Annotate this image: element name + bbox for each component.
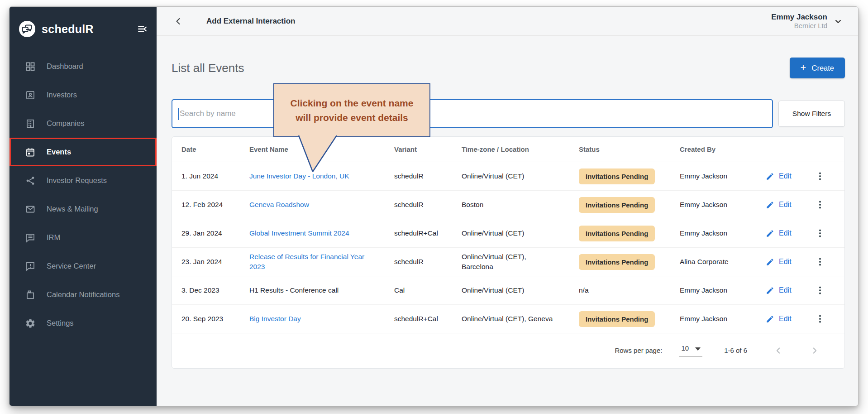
sidebar-item-dashboard[interactable]: Dashboard [10, 52, 157, 81]
table-header-row: Date Event Name Variant Time-zone / Loca… [172, 137, 844, 162]
annotation-text: Clicking on the event name will provide … [281, 96, 422, 125]
sidebar-nav: Dashboard Investors Companies Events Inv… [10, 52, 157, 337]
edit-button[interactable]: Edit [766, 229, 792, 238]
chat-alert-icon [25, 261, 36, 272]
pencil-icon [766, 201, 774, 209]
menu-collapse-icon[interactable] [137, 23, 148, 35]
event-date: 3. Dec 2023 [181, 286, 249, 294]
column-header-location: Time-zone / Location [462, 144, 579, 154]
created-by: Emmy Jackson [680, 171, 727, 181]
event-location: Online/Virtual (CET) [462, 228, 579, 238]
sidebar-item-label: Service Center [47, 262, 96, 270]
sidebar-item-companies[interactable]: Companies [10, 109, 157, 138]
search-input[interactable] [172, 100, 772, 127]
column-header-variant: Variant [394, 145, 462, 153]
sidebar-item-events[interactable]: Events [10, 138, 157, 166]
created-by: Emmy Jackson [680, 228, 727, 238]
sidebar-item-service-center[interactable]: Service Center [10, 252, 157, 280]
plus-icon: + [801, 63, 806, 72]
sidebar-item-label: Calendar Notifications [47, 290, 119, 299]
pagination-range: 1-6 of 6 [724, 347, 747, 354]
sidebar-item-label: News & Mailing [47, 205, 98, 213]
column-header-name: Event Name [249, 144, 394, 154]
calendar-icon [25, 147, 36, 158]
event-location: Boston [462, 200, 579, 210]
status-badge: Invitations Pending [579, 197, 655, 213]
search-box [172, 99, 773, 128]
event-date: 12. Feb 2024 [181, 201, 249, 209]
app-window: schedulR Dashboard Investors Companies E [9, 6, 858, 406]
sidebar-item-label: Settings [47, 319, 74, 327]
edit-button[interactable]: Edit [766, 258, 792, 266]
share-icon [25, 175, 36, 186]
sidebar-header: schedulR [10, 7, 157, 38]
schedulr-logo-icon [19, 20, 36, 38]
pencil-icon [766, 286, 774, 295]
sidebar-item-investors[interactable]: Investors [10, 81, 157, 109]
user-company: Bernier Ltd [771, 22, 827, 30]
table-row: 20. Sep 2023 Big Investor Day schedulR+C… [172, 305, 844, 333]
created-by: Emmy Jackson [680, 285, 727, 295]
event-name-link[interactable]: Geneva Roadshow [249, 201, 309, 208]
edit-button[interactable]: Edit [766, 286, 792, 295]
table-row: 3. Dec 2023 H1 Results - Conference call… [172, 276, 844, 305]
sidebar-item-label: Companies [47, 119, 84, 128]
edit-button[interactable]: Edit [766, 201, 792, 209]
event-variant: schedulR [394, 258, 462, 266]
sidebar-item-calendar-notifications[interactable]: Calendar Notifications [10, 280, 157, 309]
event-date: 29. Jan 2024 [181, 229, 249, 237]
pencil-icon [766, 258, 774, 266]
row-menu-kebab-icon[interactable] [815, 285, 825, 296]
rows-per-page-label: Rows per page: [615, 347, 662, 354]
row-menu-kebab-icon[interactable] [815, 228, 825, 239]
sidebar-item-settings[interactable]: Settings [10, 309, 157, 337]
created-by: Alina Corporate [680, 257, 729, 267]
annotation-callout: Clicking on the event name will provide … [273, 83, 430, 137]
topbar: Add External Interaction Emmy Jackson Be… [157, 7, 858, 36]
event-name-link[interactable]: Release of Results for Financial Year 20… [249, 253, 364, 270]
event-name-link[interactable]: June Investor Day - London, UK [249, 172, 349, 180]
previous-page-icon[interactable] [773, 346, 783, 356]
table-pagination: Rows per page: 10 1-6 of 6 [172, 332, 844, 368]
show-filters-button[interactable]: Show Filters [778, 101, 845, 127]
brand-name: schedulR [42, 23, 94, 36]
create-button[interactable]: + Create [790, 58, 845, 78]
edit-button[interactable]: Edit [766, 315, 792, 323]
event-location: Online/Virtual (CET) [462, 171, 579, 181]
paste-flag-icon [25, 289, 36, 300]
sidebar-item-label: Investor Requests [47, 176, 107, 185]
event-date: 23. Jan 2024 [181, 258, 249, 266]
section-heading: List all Events [172, 61, 244, 75]
table-row: 1. Jun 2024 June Investor Day - London, … [172, 162, 844, 191]
event-location: Online/Virtual (CET) [462, 285, 579, 295]
sidebar-item-irm[interactable]: IRM [10, 223, 157, 252]
envelope-icon [25, 204, 36, 215]
rows-per-page-select[interactable]: 10 [679, 344, 702, 356]
next-page-icon[interactable] [810, 346, 820, 356]
table-row: 29. Jan 2024 Global Investment Summit 20… [172, 219, 844, 248]
sidebar-item-investor-requests[interactable]: Investor Requests [10, 166, 157, 195]
event-variant: schedulR [394, 201, 462, 209]
building-icon [25, 118, 36, 129]
user-menu[interactable]: Emmy Jackson Bernier Ltd [771, 12, 827, 30]
table-row: 12. Feb 2024 Geneva Roadshow schedulR Bo… [172, 191, 844, 219]
row-menu-kebab-icon[interactable] [815, 256, 825, 267]
column-header-created: Created By [680, 144, 766, 154]
status-badge: Invitations Pending [579, 168, 655, 184]
event-name-link[interactable]: Global Investment Summit 2024 [249, 229, 349, 237]
event-date: 1. Jun 2024 [181, 172, 249, 180]
edit-button[interactable]: Edit [766, 172, 792, 181]
sidebar-item-label: Dashboard [47, 62, 83, 71]
sidebar-item-news-mailing[interactable]: News & Mailing [10, 195, 157, 223]
gear-icon [25, 318, 36, 329]
created-by: Emmy Jackson [680, 200, 727, 210]
row-menu-kebab-icon[interactable] [815, 199, 825, 210]
row-menu-kebab-icon[interactable] [815, 171, 825, 182]
event-location: Online/Virtual (CET), Barcelona [462, 252, 579, 271]
chevron-down-icon[interactable] [833, 16, 844, 27]
event-name-link[interactable]: Big Investor Day [249, 315, 301, 323]
back-chevron-icon[interactable] [173, 16, 184, 27]
event-variant: Cal [394, 286, 462, 294]
row-menu-kebab-icon[interactable] [815, 313, 825, 324]
sidebar-item-label: Investors [47, 91, 77, 99]
